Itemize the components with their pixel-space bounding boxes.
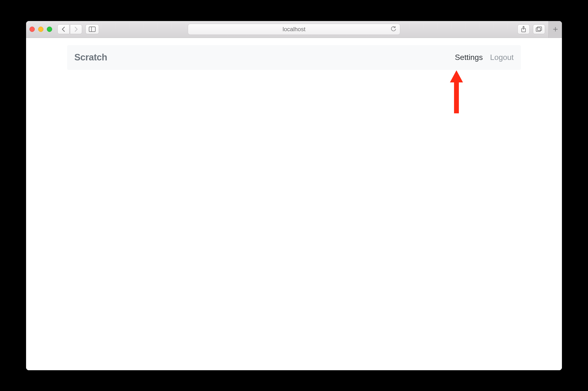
back-button[interactable] <box>58 24 69 34</box>
svg-marker-8 <box>450 70 463 82</box>
nav-links: Settings Logout <box>455 53 514 62</box>
new-tab-button[interactable] <box>548 21 562 38</box>
nav-buttons <box>58 24 82 34</box>
share-icon <box>521 26 526 32</box>
browser-window: localhost <box>26 21 562 370</box>
plus-icon <box>553 26 558 32</box>
app-navbar: Scratch Settings Logout <box>67 45 521 70</box>
forward-button[interactable] <box>70 24 82 34</box>
sidebar-icon <box>89 27 96 32</box>
tabs-overview-button[interactable] <box>533 24 545 34</box>
maximize-window-button[interactable] <box>47 27 52 32</box>
share-button[interactable] <box>518 24 529 34</box>
address-bar[interactable]: localhost <box>188 24 400 35</box>
minimize-window-button[interactable] <box>38 27 43 32</box>
annotation-arrow <box>449 70 464 114</box>
window-controls <box>29 27 52 32</box>
svg-rect-9 <box>454 82 459 113</box>
browser-toolbar: localhost <box>26 21 562 38</box>
nav-link-settings[interactable]: Settings <box>455 53 483 62</box>
chevron-left-icon <box>61 27 66 32</box>
page-content: Scratch Settings Logout <box>26 38 562 370</box>
nav-link-logout[interactable]: Logout <box>490 53 514 62</box>
address-text: localhost <box>283 26 306 33</box>
reload-icon <box>391 26 396 32</box>
brand-title[interactable]: Scratch <box>74 52 107 63</box>
arrow-up-icon <box>449 70 464 114</box>
reload-button[interactable] <box>391 26 396 32</box>
svg-rect-4 <box>536 28 540 31</box>
close-window-button[interactable] <box>29 27 35 32</box>
chevron-right-icon <box>74 27 78 32</box>
tabs-icon <box>536 27 542 32</box>
svg-rect-5 <box>537 27 542 30</box>
svg-rect-0 <box>89 27 95 32</box>
toolbar-right <box>518 21 559 38</box>
sidebar-toggle-button[interactable] <box>85 24 99 34</box>
